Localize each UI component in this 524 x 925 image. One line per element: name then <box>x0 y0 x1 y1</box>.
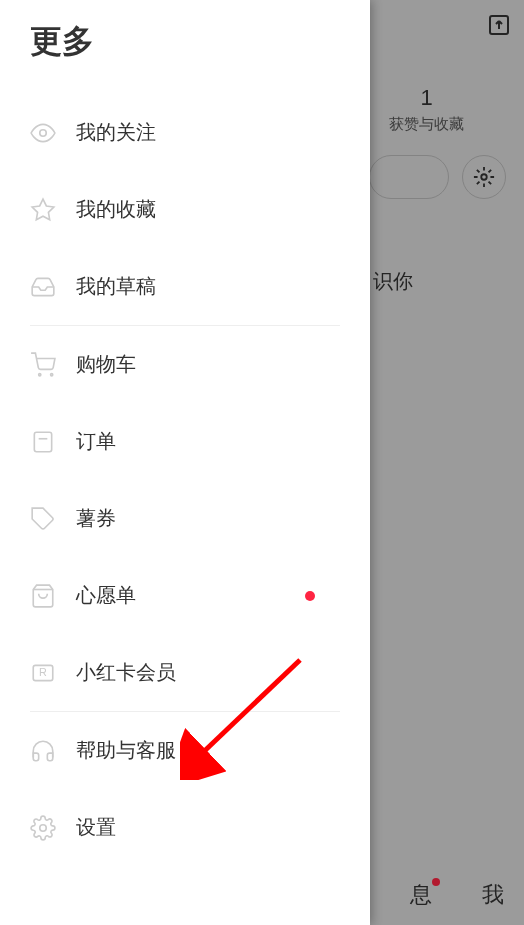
bg-pill-button <box>369 155 449 199</box>
menu-item-cart[interactable]: 购物车 <box>30 326 340 403</box>
menu-item-membership[interactable]: R 小红卡会员 <box>30 634 340 711</box>
headset-icon <box>30 738 56 764</box>
notification-dot <box>432 878 440 886</box>
menu-item-settings[interactable]: 设置 <box>30 789 340 866</box>
svg-text:R: R <box>39 666 47 678</box>
stats-block: 1 获赞与收藏 <box>389 85 464 134</box>
svg-rect-6 <box>34 432 51 452</box>
svg-point-1 <box>481 174 487 180</box>
menu-section-support: 帮助与客服 设置 <box>0 712 370 866</box>
nav-messages: 息 <box>410 880 432 910</box>
menu-item-following[interactable]: 我的关注 <box>30 94 340 171</box>
svg-point-12 <box>40 824 47 831</box>
menu-label: 购物车 <box>76 351 136 378</box>
card-icon: R <box>30 660 56 686</box>
menu-item-help[interactable]: 帮助与客服 <box>30 712 340 789</box>
share-icon <box>479 10 519 40</box>
drawer-title: 更多 <box>0 10 370 94</box>
star-icon <box>30 197 56 223</box>
svg-point-2 <box>40 129 47 136</box>
menu-label: 薯券 <box>76 505 116 532</box>
menu-label: 我的收藏 <box>76 196 156 223</box>
menu-label: 设置 <box>76 814 116 841</box>
inbox-icon <box>30 274 56 300</box>
stat-number: 1 <box>389 85 464 111</box>
cart-icon <box>30 352 56 378</box>
bag-icon <box>30 583 56 609</box>
gear-icon <box>30 815 56 841</box>
svg-marker-3 <box>32 199 54 220</box>
stat-label: 获赞与收藏 <box>389 115 464 134</box>
eye-icon <box>30 120 56 146</box>
svg-point-5 <box>51 373 53 375</box>
menu-item-favorites[interactable]: 我的收藏 <box>30 171 340 248</box>
nav-me: 我 <box>482 880 504 910</box>
menu-label: 帮助与客服 <box>76 737 176 764</box>
coupon-icon <box>30 506 56 532</box>
menu-section-personal: 我的关注 我的收藏 我的草稿 <box>0 94 370 325</box>
svg-point-4 <box>39 373 41 375</box>
menu-item-drafts[interactable]: 我的草稿 <box>30 248 340 325</box>
menu-label: 我的关注 <box>76 119 156 146</box>
menu-item-orders[interactable]: 订单 <box>30 403 340 480</box>
menu-item-coupons[interactable]: 薯券 <box>30 480 340 557</box>
bg-gear-icon <box>462 155 506 199</box>
menu-label: 我的草稿 <box>76 273 156 300</box>
notification-badge <box>305 591 315 601</box>
more-drawer: 更多 我的关注 我的收藏 <box>0 0 370 925</box>
menu-label: 小红卡会员 <box>76 659 176 686</box>
menu-section-shopping: 购物车 订单 薯券 <box>0 326 370 711</box>
menu-item-wishlist[interactable]: 心愿单 <box>30 557 340 634</box>
menu-label: 订单 <box>76 428 116 455</box>
bg-text-fragment: 识你 <box>373 268 413 295</box>
menu-label: 心愿单 <box>76 582 136 609</box>
order-icon <box>30 429 56 455</box>
